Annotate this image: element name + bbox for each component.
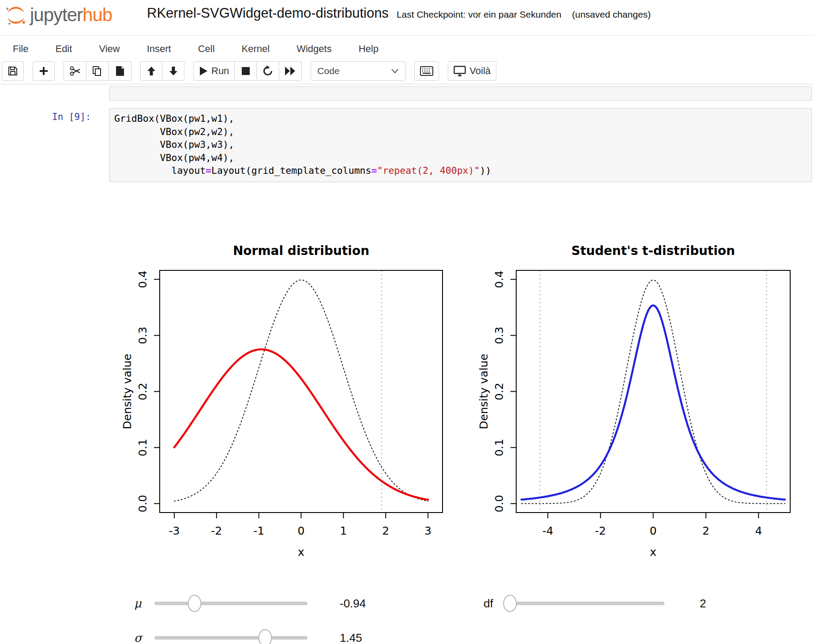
checkpoint-status: Last Checkpoint: vor ein paar Sekunden [397,9,562,20]
menu-view[interactable]: View [98,41,120,56]
fast-forward-icon [285,66,296,76]
x-tick-label: -3 [169,524,180,537]
restart-run-all-button[interactable] [279,61,302,81]
mu-slider-label: μ [134,597,142,610]
y-tick-label: 0.0 [136,495,149,513]
scissors-icon [69,65,81,77]
jupyterhub-logo[interactable]: jupyterhub [4,4,112,26]
normal-distribution-plot: Normal distributionxDensity value-3-2-10… [119,238,454,565]
x-tick-label: -2 [211,524,222,537]
menu-edit[interactable]: Edit [54,41,73,56]
plot-title: Student's t-distribution [571,243,735,258]
df-slider-row: df 2 [479,594,726,613]
move-cell-down-button[interactable] [162,61,184,81]
interrupt-kernel-button[interactable] [235,61,257,81]
arrow-up-icon [146,66,157,76]
mu-slider-track[interactable] [154,602,308,605]
voila-button[interactable]: Voilà [448,61,496,81]
keyboard-icon [420,66,433,76]
sigma-slider-handle[interactable] [258,629,272,644]
x-tick-label: 4 [755,524,762,537]
y-axis-label: Density value [477,354,490,429]
notebook-title[interactable]: RKernel-SVGWidget-demo-distributions [147,5,389,21]
run-cell-button[interactable]: Run [193,61,235,81]
menu-kernel[interactable]: Kernel [241,41,271,56]
chevron-down-icon [391,68,399,74]
paste-cell-button[interactable] [109,61,131,81]
save-icon [8,66,18,76]
density-curve [521,305,785,499]
mu-slider-handle[interactable] [188,595,201,612]
menu-help[interactable]: Help [358,41,379,56]
df-slider-label: df [484,597,493,610]
x-axis-label: x [298,546,304,558]
code-line: VBox(pw4,w4), [114,151,807,165]
cell-input-prompt: In [9]: [52,112,106,122]
menu-file[interactable]: File [12,41,29,56]
code-editor[interactable]: GridBox(VBox(pw1,w1), VBox(pw2,w2), VBox… [109,108,812,182]
restart-kernel-button[interactable] [257,61,279,81]
x-tick-label: 2 [382,524,389,537]
y-axis-label: Density value [121,354,134,429]
logo-text-hub: hub [83,4,112,25]
copy-icon [92,65,103,77]
y-tick-label: 0.2 [493,383,506,401]
arrow-down-icon [168,66,179,76]
y-tick-label: 0.1 [493,439,506,457]
y-tick-label: 0.0 [493,495,506,513]
command-palette-button[interactable] [414,61,439,81]
y-tick-label: 0.3 [136,327,149,344]
cell-type-dropdown[interactable]: Code [311,61,405,81]
code-line: VBox(pw2,w2), [114,125,807,139]
save-button[interactable] [2,61,24,81]
code-line: GridBox(VBox(pw1,w1), [114,112,807,125]
x-axis-label: x [650,546,656,558]
monitor-icon [454,66,466,76]
copy-cell-button[interactable] [86,61,109,81]
unsaved-changes-indicator: (unsaved changes) [572,9,651,20]
x-tick-label: 0 [650,524,657,537]
run-button-label: Run [211,65,229,77]
sigma-slider-track[interactable] [154,636,308,640]
notebook-toolbar: Run Code Voilà [2,61,496,81]
plus-icon [39,66,49,76]
x-tick-label: -2 [595,524,606,537]
df-slider-track[interactable] [506,602,664,605]
cell-type-selected: Code [317,66,339,76]
restart-icon [262,65,274,77]
menu-insert[interactable]: Insert [146,41,172,56]
cut-cell-button[interactable] [64,61,86,81]
jupyter-notebook-app: jupyterhub RKernel-SVGWidget-demo-distri… [0,0,814,644]
y-tick-label: 0.4 [493,270,506,288]
paste-icon [114,65,126,77]
x-tick-label: -1 [253,524,264,537]
notebook-titlebar: RKernel-SVGWidget-demo-distributions Las… [147,5,651,21]
y-tick-label: 0.2 [136,383,149,401]
sigma-slider-label: σ [134,631,142,644]
menu-cell[interactable]: Cell [197,41,216,56]
menu-widgets[interactable]: Widgets [296,41,332,56]
plot-box [516,270,790,513]
plot-box [160,270,443,513]
y-tick-label: 0.1 [136,439,149,457]
t-distribution-plot: Student's t-distributionxDensity value-4… [476,238,812,565]
add-cell-button[interactable] [33,61,55,81]
voila-button-label: Voilà [469,65,491,77]
y-tick-label: 0.3 [493,327,506,344]
x-tick-label: 1 [340,524,347,537]
density-curve [521,280,785,504]
x-tick-label: 0 [298,524,305,537]
play-icon [199,66,208,76]
menu-bar: File Edit View Insert Cell Kernel Widget… [12,41,379,56]
stop-icon [241,67,250,75]
x-tick-label: -4 [542,524,553,537]
plot-title: Normal distribution [233,243,369,258]
jupyterhub-wordmark: jupyterhub [30,4,112,26]
df-slider-handle[interactable] [503,595,517,612]
jupyter-logo-icon [4,4,27,26]
y-tick-label: 0.4 [136,270,149,288]
previous-cell-partial[interactable] [109,86,812,101]
mu-slider-row: μ -0.94 [131,594,378,613]
code-line: VBox(pw3,w3), [114,138,807,151]
move-cell-up-button[interactable] [140,61,162,81]
